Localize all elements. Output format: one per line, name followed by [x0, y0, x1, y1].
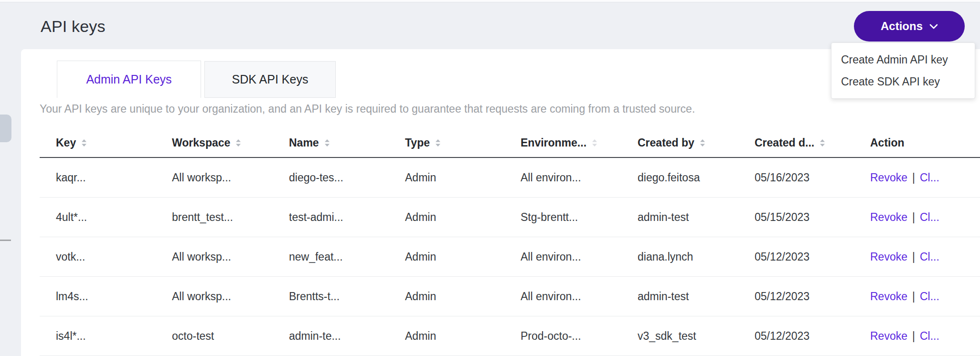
clone-link[interactable]: Cl...	[920, 171, 939, 184]
sort-icon[interactable]	[235, 139, 241, 147]
tab-sdk-api-keys[interactable]: SDK API Keys	[204, 61, 336, 98]
name-cell: test-admi...	[273, 211, 389, 224]
table-row: lm4s... All worksp... Brentts-t... Admin…	[40, 277, 980, 316]
created-by-cell: v3_sdk_test	[621, 330, 738, 343]
sort-icon[interactable]	[820, 139, 825, 147]
sort-icon[interactable]	[435, 139, 441, 147]
environment-cell: All environ...	[504, 171, 621, 184]
actions-button[interactable]: Actions	[854, 11, 965, 42]
column-header-name[interactable]: Name	[273, 136, 389, 149]
created-by-cell: diego.feitosa	[621, 171, 738, 184]
revoke-link[interactable]: Revoke	[870, 251, 907, 263]
sort-icon[interactable]	[81, 139, 87, 147]
page-title: API keys	[41, 17, 106, 36]
created-by-cell: admin-test	[621, 290, 738, 303]
key-cell: is4l*...	[40, 330, 156, 343]
tab-sdk-api-keys-label: SDK API Keys	[232, 73, 309, 86]
sort-icon[interactable]	[592, 139, 597, 147]
key-cell: lm4s...	[40, 290, 156, 303]
api-keys-table: Key Workspace Name Type Environme... Cre…	[40, 128, 980, 356]
environment-cell: Stg-brentt...	[504, 211, 621, 224]
sidebar-handle[interactable]	[0, 115, 11, 142]
created-by-cell: diana.lynch	[621, 251, 738, 263]
sidebar-divider	[0, 240, 11, 241]
table-header-row: Key Workspace Name Type Environme... Cre…	[40, 128, 980, 158]
action-cell: Revoke | Cl...	[854, 211, 980, 224]
actions-button-label: Actions	[881, 20, 923, 33]
clone-link[interactable]: Cl...	[920, 330, 939, 343]
created-date-cell: 05/15/2023	[738, 211, 854, 224]
name-cell: diego-tes...	[273, 171, 389, 184]
created-date-cell: 05/12/2023	[738, 330, 854, 343]
column-header-environments[interactable]: Environme...	[504, 136, 621, 149]
clone-link[interactable]: Cl...	[920, 290, 939, 303]
type-cell: Admin	[389, 290, 504, 303]
table-row: kaqr... All worksp... diego-tes... Admin…	[40, 158, 980, 198]
key-cell: kaqr...	[40, 171, 156, 184]
type-cell: Admin	[389, 211, 504, 224]
action-separator: |	[912, 290, 915, 303]
description-text: Your API keys are unique to your organiz…	[40, 103, 695, 115]
column-header-action: Action	[854, 136, 980, 149]
environment-cell: All environ...	[504, 290, 621, 303]
action-separator: |	[912, 211, 915, 224]
column-header-created-by[interactable]: Created by	[621, 136, 738, 149]
created-date-cell: 05/12/2023	[738, 290, 854, 303]
workspace-cell: brentt_test...	[156, 211, 273, 224]
name-cell: Brentts-t...	[273, 290, 389, 303]
sort-icon[interactable]	[700, 139, 705, 147]
revoke-link[interactable]: Revoke	[870, 211, 907, 224]
menu-item-create-sdk-api-key[interactable]: Create SDK API key	[831, 71, 975, 93]
sort-icon[interactable]	[324, 139, 330, 147]
revoke-link[interactable]: Revoke	[870, 290, 907, 303]
workspace-cell: octo-test	[156, 330, 273, 343]
column-header-type[interactable]: Type	[389, 136, 504, 149]
tab-admin-api-keys-label: Admin API Keys	[86, 73, 171, 86]
column-header-created-date[interactable]: Created d...	[738, 136, 854, 149]
created-date-cell: 05/12/2023	[738, 251, 854, 263]
key-cell: votk...	[40, 251, 156, 263]
column-header-workspace[interactable]: Workspace	[156, 136, 273, 149]
actions-dropdown-menu: Create Admin API key Create SDK API key	[831, 42, 975, 99]
type-cell: Admin	[389, 330, 504, 343]
action-separator: |	[912, 171, 915, 184]
created-date-cell: 05/16/2023	[738, 171, 854, 184]
action-cell: Revoke | Cl...	[854, 171, 980, 184]
clone-link[interactable]: Cl...	[920, 251, 939, 263]
workspace-cell: All worksp...	[156, 251, 273, 263]
top-divider	[0, 0, 980, 2]
action-cell: Revoke | Cl...	[854, 251, 980, 263]
action-cell: Revoke | Cl...	[854, 330, 980, 343]
table-row: votk... All worksp... new_feat... Admin …	[40, 237, 980, 277]
workspace-cell: All worksp...	[156, 171, 273, 184]
key-cell: 4ult*...	[40, 211, 156, 224]
name-cell: admin-te...	[273, 330, 389, 343]
created-by-cell: admin-test	[621, 211, 738, 224]
workspace-cell: All worksp...	[156, 290, 273, 303]
action-separator: |	[912, 251, 915, 263]
type-cell: Admin	[389, 251, 504, 263]
name-cell: new_feat...	[273, 251, 389, 263]
action-separator: |	[912, 330, 915, 343]
action-cell: Revoke | Cl...	[854, 290, 980, 303]
column-header-key[interactable]: Key	[40, 136, 156, 149]
table-row: is4l*... octo-test admin-te... Admin Pro…	[40, 316, 980, 356]
menu-item-create-admin-api-key[interactable]: Create Admin API key	[831, 49, 975, 71]
environment-cell: Prod-octo-...	[504, 330, 621, 343]
revoke-link[interactable]: Revoke	[870, 330, 907, 343]
revoke-link[interactable]: Revoke	[870, 171, 907, 184]
environment-cell: All environ...	[504, 251, 621, 263]
table-row: 4ult*... brentt_test... test-admi... Adm…	[40, 198, 980, 237]
chevron-down-icon	[929, 24, 938, 29]
type-cell: Admin	[389, 171, 504, 184]
clone-link[interactable]: Cl...	[920, 211, 939, 224]
tab-admin-api-keys[interactable]: Admin API Keys	[57, 61, 201, 98]
